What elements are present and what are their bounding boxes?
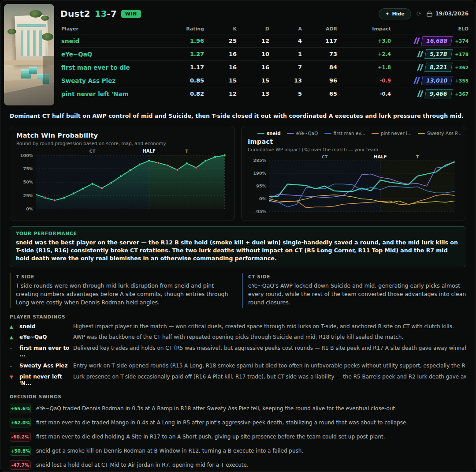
match-score: 13-7 — [95, 8, 117, 19]
legend-line-icon — [257, 133, 264, 134]
trend-down-icon: ▼ — [10, 374, 19, 380]
swing-value-badge: +65.6% — [10, 404, 31, 413]
rating-value: 1.96 — [176, 37, 204, 44]
legend-line-icon — [287, 133, 294, 134]
legend-item[interactable]: pint never l... — [372, 131, 412, 136]
player-name[interactable]: pint never left 'Nam — [60, 90, 176, 97]
svg-text:25%: 25% — [23, 193, 33, 198]
rating-value: 1.17 — [176, 64, 204, 71]
rating-value: 0.85 — [176, 77, 204, 84]
top-section: Dust2 13-7 WIN ✦ Hide ⟳ 19/03/2026 — [0, 0, 476, 105]
swing-description: sneid got a smoke kill on Dennis Rodman … — [36, 448, 303, 454]
impact-value: +3.0 — [337, 38, 391, 44]
elo-slash-icon — [420, 90, 424, 97]
swing-description: sneid lost a hold duel at CT Mid to Air … — [36, 462, 249, 468]
swing-row: +65.6% eYe~QaQ traded Dennis Rodman in 0… — [10, 404, 466, 413]
deaths-value: 16 — [237, 64, 269, 71]
deaths-value: 15 — [237, 77, 269, 84]
date-group: 19/03/2026 — [427, 11, 469, 17]
trend-flat-icon: – — [10, 363, 19, 369]
chart-title: Impact — [248, 138, 460, 145]
kills-value: 16 — [204, 51, 237, 57]
your-performance-text: sneid was the best player on the server … — [16, 239, 460, 262]
trend-up-icon: ▲ — [10, 334, 19, 340]
calendar-icon — [427, 11, 432, 17]
swing-value-badge: +62.0% — [10, 418, 31, 427]
standing-row: – Sweaty Ass Piez Entry work on T-side o… — [10, 363, 466, 370]
column-adr: ADR — [302, 26, 337, 32]
ct-side-section: CT SIDE eYe~QaQ's AWP locked down Suicid… — [242, 273, 466, 307]
match-title-group: Dust2 13-7 WIN — [60, 8, 141, 19]
table-row[interactable]: pint never left 'Nam 0.82 12 13 5 65 -0.… — [60, 87, 469, 100]
map-art-balcony — [17, 24, 46, 27]
assists-value: 7 — [269, 64, 302, 71]
standing-description: Entry work on T-side opened rounds (R15 … — [73, 363, 466, 370]
swing-description: first man ever to die traded Mango in 0.… — [36, 420, 408, 426]
column-deaths: D — [237, 26, 269, 32]
legend-item[interactable]: first man ev... — [324, 131, 365, 136]
standing-player-name[interactable]: sneid — [19, 323, 73, 330]
player-name[interactable]: sneid — [60, 37, 176, 45]
palm-tree-icon — [7, 29, 16, 34]
hide-button-label: Hide — [392, 11, 404, 17]
player-name[interactable]: Sweaty Ass Piez — [60, 77, 176, 84]
map-thumbnail[interactable] — [4, 4, 54, 105]
adr-value: 73 — [302, 51, 337, 57]
player-name[interactable]: first man ever to die — [60, 64, 176, 71]
swing-row: +50.8% sneid got a smoke kill on Dennis … — [10, 446, 466, 456]
adr-value: 65 — [302, 90, 337, 97]
legend-item[interactable]: Sweaty Ass P... — [418, 131, 461, 136]
sparkle-icon: ✦ — [385, 11, 389, 17]
table-row[interactable]: first man ever to die 1.17 16 16 7 84 +1… — [60, 60, 469, 74]
your-performance-label: YOUR PERFORMANCE — [16, 231, 460, 236]
match-report-page: Dust2 13-7 WIN ✦ Hide ⟳ 19/03/2026 — [0, 0, 476, 472]
swing-description: eYe~QaQ traded Dennis Rodman in 0.3s at … — [36, 405, 397, 412]
standing-player-name[interactable]: eYe~QaQ — [19, 334, 73, 341]
match-summary: Dominant CT half built on AWP control of… — [10, 112, 466, 119]
player-standings-label: PLAYER STANDINGS — [10, 314, 466, 319]
standing-player-name[interactable]: Sweaty Ass Piez — [19, 363, 73, 370]
svg-text:100%: 100% — [20, 153, 33, 158]
svg-text:-95%: -95% — [254, 209, 267, 214]
elo-delta: +367 — [453, 91, 469, 97]
elo-delta: +374 — [453, 38, 469, 44]
svg-text:0%: 0% — [259, 196, 267, 201]
kills-value: 15 — [204, 77, 237, 84]
legend-item[interactable]: sneid — [257, 131, 281, 136]
chart-subtitle: Cumulative WP impact (%) over the match … — [248, 147, 460, 152]
win-probability-chart: 100%75%50%25%0%CTHALFT — [16, 149, 228, 216]
elo-cell: 5,178 +178 — [391, 49, 469, 59]
swing-row: -47.7% sneid lost a hold duel at CT Mid … — [10, 460, 466, 470]
your-performance-panel: YOUR PERFORMANCE sneid was the best play… — [10, 226, 466, 267]
match-header-and-table: Dust2 13-7 WIN ✦ Hide ⟳ 19/03/2026 — [60, 4, 469, 105]
kills-value: 12 — [204, 90, 237, 97]
map-name: Dust2 — [60, 8, 90, 19]
swing-description: first man ever to die died holding A Sit… — [36, 434, 385, 440]
chart-subtitle: Round-by-round progression based on scor… — [16, 141, 228, 146]
standing-description: Delivered key trades and holds on CT (R5… — [73, 345, 466, 352]
player-name[interactable]: eYe~QaQ — [60, 51, 176, 58]
column-elo: ELO — [391, 26, 469, 32]
table-row[interactable]: eYe~QaQ 1.27 16 10 1 73 +2.4 5,178 +178 — [60, 47, 469, 60]
standing-player-name[interactable]: pint never left 'N... — [19, 374, 73, 387]
standings-rows: ▲ sneid Highest impact player in the mat… — [10, 323, 466, 387]
standing-description: Lurk presence on T-side occasionally pai… — [73, 374, 466, 381]
legend-item[interactable]: eYe~QaQ — [287, 131, 318, 136]
hide-button[interactable]: ✦ Hide — [379, 8, 411, 19]
table-row[interactable]: Sweaty Ass Piez 0.85 15 15 13 96 -0.9 13… — [60, 74, 469, 87]
svg-text:CT: CT — [89, 149, 96, 154]
svg-text:95%: 95% — [256, 184, 267, 188]
palm-tree-icon — [42, 33, 53, 41]
rating-value: 0.82 — [176, 90, 204, 97]
refresh-icon[interactable]: ⟳ — [416, 10, 422, 17]
svg-text:HALF: HALF — [374, 155, 387, 159]
adr-value: 96 — [302, 77, 337, 84]
column-kills: K — [204, 26, 237, 32]
standing-player-name[interactable]: first man ever to ... — [19, 345, 73, 359]
elo-slash-icon — [420, 51, 424, 57]
assists-value: 13 — [269, 77, 302, 84]
rating-value: 1.27 — [176, 51, 204, 57]
table-row[interactable]: sneid 1.96 25 12 4 117 +3.0 16,688 +374 — [60, 34, 469, 47]
column-impact: Impact — [337, 26, 391, 32]
trend-up-icon: ▲ — [10, 323, 19, 330]
